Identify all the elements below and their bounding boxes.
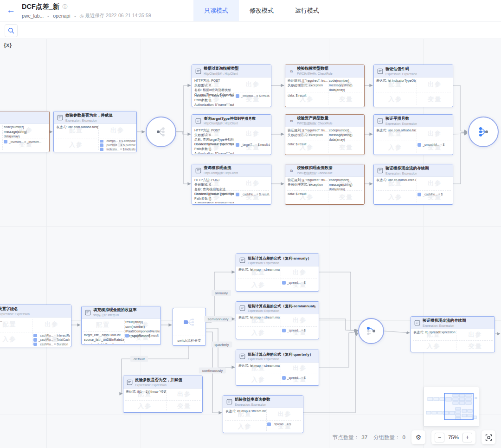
flow-node-http-query-indicator-type[interactable]: 根据id查询指标类型HttpClient插件: HttpClient配置出参入参… (192, 65, 271, 107)
flow-node-expr-build-yield-query[interactable]: 组装收益率查询参数Expression: Expression配置出参入参变量表… (223, 395, 303, 433)
flow-node-check-top-partial[interactable]: fx配置出参入参变量code(number)message(string)dat… (0, 111, 50, 152)
flow-node-http-query-cashflow[interactable]: 查询模拟现金流HttpClient插件: HttpClient配置出参入参变量H… (192, 164, 271, 205)
minimap-viewport[interactable] (444, 393, 473, 420)
plugin-icon (377, 68, 383, 74)
watermark-tr: 出参 (281, 314, 319, 326)
flow-node-expr-set-field-name[interactable]: 设置字段名Expression: Expression配置出参入参变量Rate … (0, 305, 71, 347)
minimap[interactable] (424, 387, 479, 427)
flow-node-expr-formula-semiannualy[interactable]: 组装计算点差的公式（复利-semiannualy）Expression: Exp… (236, 301, 319, 339)
flow-node-check-cashflow-data[interactable]: fx校验模拟现金流数据PWC数据校验: CheckRule配置出参入参变量验证规… (285, 164, 365, 205)
node-body: 配置出参入参变量code(number)message(string)data(… (0, 123, 49, 152)
node-subtitle: Expression: Expression (248, 309, 315, 312)
plugin-icon (377, 168, 383, 174)
node-config-tl: 表达式: if(_spreadExpression == ... (413, 330, 456, 335)
mode-tab-1[interactable]: 修改模式 (239, 0, 284, 21)
node-subtitle: Expression: Expression (135, 383, 182, 387)
mode-tab-2[interactable]: 运行模式 (284, 0, 330, 21)
node-header: fx (0, 111, 49, 124)
flow-node-expr-validate-duration-bottom[interactable]: 验证模拟现金流的存续期Expression: Expression配置出参入参变… (411, 316, 495, 352)
variable-tag-icon (236, 143, 239, 147)
node-config-tl: 表达式: let map = stream.map(()... (238, 267, 280, 272)
node-config-tl: 验证规则: [{ "required": tru...失败处理方式: excep… (288, 128, 328, 137)
node-variable-tags: _cashFlo... = $.result (125, 333, 160, 344)
merge-node[interactable] (358, 318, 384, 344)
settings-button[interactable]: ⚙ (411, 430, 425, 444)
switch-icon (183, 318, 195, 327)
node-config-bl: target_list: _cashFlowListsource_list: _… (84, 333, 124, 344)
node-header: fx校验模拟现金流数据PWC数据校验: CheckRule (285, 164, 364, 177)
api-select[interactable]: openapi (53, 13, 70, 19)
node-config-bl: data: $.result (288, 93, 328, 106)
node-body: 配置出参入参变量表达式: if(_spreadExpression == ... (411, 329, 495, 352)
node-subtitle: HttpClient插件: HttpClient (204, 122, 256, 126)
flow-node-expr-validate-duration-top[interactable]: 验证模拟现金流的存续期Expression: Expression配置出参入参变… (373, 164, 453, 205)
node-variable-tags: _compo... = $.compoun..._purchas... = $.… (100, 140, 135, 151)
node-body: 配置出参入参变量表达式: use cn.hutool.core.date..._… (374, 176, 453, 204)
node-header: 组装计算点差的公式（复利-annualy）Expression: Express… (236, 254, 319, 266)
flow-node-expr-validate-valuation[interactable]: 验证估值件码Expression: Expression配置出参入参变量表达式:… (373, 65, 453, 107)
fx-icon: fx (289, 168, 295, 174)
node-config-tl: 表达式: use com.alibaba.fastjson... (376, 128, 416, 133)
node-subtitle: Expression: Expression (385, 172, 429, 175)
node-title: 校验模拟现金流数据 (297, 165, 333, 171)
flow-node-http-query-targettype[interactable]: 查询targetType并找到平滑月数HttpClient插件: HttpCli… (192, 114, 271, 155)
flow-node-check-asset-type[interactable]: fx校验资产类型数量PWC数据校验: CheckRule配置出参入参变量验证规则… (285, 114, 365, 155)
node-header: 验证平滑月数Expression: Expression (374, 115, 453, 127)
flow-node-expr-validate-smooth-months[interactable]: 验证平滑月数Expression: Expression配置出参入参变量表达式:… (373, 114, 453, 155)
workspace-select[interactable]: pwc_lab... (22, 13, 44, 19)
node-config-bl: Headers: [{"valueType":"Text","N...Path参… (194, 142, 234, 154)
gear-icon: ⚙ (416, 434, 422, 441)
flow-node-check-indicator-type[interactable]: fx校验指标类型数据PWC数据校验: CheckRule配置出参入参变量验证规则… (285, 65, 365, 107)
node-config-tr: code(number)message(string)data(array) (329, 78, 363, 92)
node-title: 根据id查询指标类型 (204, 66, 239, 71)
search-button[interactable] (5, 24, 18, 37)
node-config-tl: 表达式: use com.alibaba.fastjson... (56, 125, 98, 130)
flow-node-scipy-fill-yield[interactable]: 填充模拟现金流的收益率scipy计算: interp1d配置出参入参变量resu… (81, 306, 161, 345)
flow-node-expr-formula-quarterly[interactable]: 组装计算点差的公式（复利-quarterly）Expression: Expre… (236, 350, 319, 386)
fan-in-node[interactable] (468, 117, 499, 147)
fx-icon: fx (289, 118, 295, 124)
node-title: 校验资产类型数量 (297, 116, 333, 121)
fanin-icon (476, 125, 490, 139)
node-variable-tags: _spread... = $ (267, 422, 302, 432)
variables-badge[interactable]: {x} (4, 41, 12, 48)
node-config-tl: 表达式: let indicatorTypeObj = _i... (376, 78, 416, 83)
node-body: 配置出参入参变量表达式: if(1==1){ throw "传递的... (123, 388, 202, 412)
node-config-bl: data: $.result (288, 142, 328, 154)
variable-tag-icon (236, 94, 239, 98)
node-config-tl: 表达式: if(1==1){ throw "传递的... (126, 390, 166, 394)
zoom-in-button[interactable]: + (462, 433, 472, 442)
node-variable-tags: _spread... = $ (282, 376, 318, 384)
zoom-out-button[interactable]: − (435, 433, 444, 442)
variable-tag-icon (282, 376, 286, 380)
plugin-icon (195, 118, 201, 124)
node-header: 组装计算点差的公式（复利-quarterly）Expression: Expre… (236, 350, 319, 363)
watermark-tr: 出参 (98, 123, 136, 138)
fit-view-button[interactable] (482, 430, 495, 444)
node-config-bl: data: $.result (288, 192, 328, 203)
flow-node-expr-validate-assign-top[interactable]: 效验参数是否为空，并赋值Expression: Expression配置出参入参… (53, 111, 137, 152)
mode-tab-0[interactable]: 只读模式 (193, 0, 239, 21)
edge-label-annualy: annualy (212, 290, 231, 296)
plugin-icon (195, 168, 201, 174)
plugin-icon (377, 118, 383, 124)
edge-label-semiannualy: semiannualy (205, 316, 232, 322)
fan-out-node[interactable] (146, 117, 176, 147)
node-body: 配置出参入参变量HTTP方法: POST失败重试: 0名称: 根据id查询指标类… (192, 77, 271, 107)
back-arrow-icon[interactable]: ← (6, 5, 15, 15)
flow-node-expr-formula-annualy[interactable]: 组装计算点差的公式（复利-annualy）Expression: Express… (236, 253, 319, 292)
variable-tag-icon (100, 140, 103, 143)
watermark-bl: 入参 (223, 420, 266, 433)
watermark-tr: 出参 (235, 176, 271, 190)
plugin-icon (414, 320, 420, 326)
flow-node-switch-branch[interactable]: switch流程分支 (173, 308, 206, 346)
watermark-tr: 出参 (417, 127, 453, 141)
minimap-preview (424, 387, 479, 426)
flow-node-expr-validate-assign-bottom[interactable]: 效验参数是否为空，并赋值Expression: Expression配置出参入参… (123, 376, 203, 413)
node-subtitle: Expression: Expression (248, 357, 313, 361)
node-variable-tags: _indicato... = $.result.data (236, 94, 270, 106)
node-subtitle: HttpClient插件: HttpClient (204, 171, 238, 175)
node-body: 配置出参入参变量HTTP方法: POST失败重试: 0名称: 查询targetT… (192, 127, 271, 155)
node-subtitle: PWC数据校验: CheckRule (297, 171, 333, 175)
node-config-bl: Headers: [{"valueType":"Text","N...Path参… (194, 93, 234, 106)
